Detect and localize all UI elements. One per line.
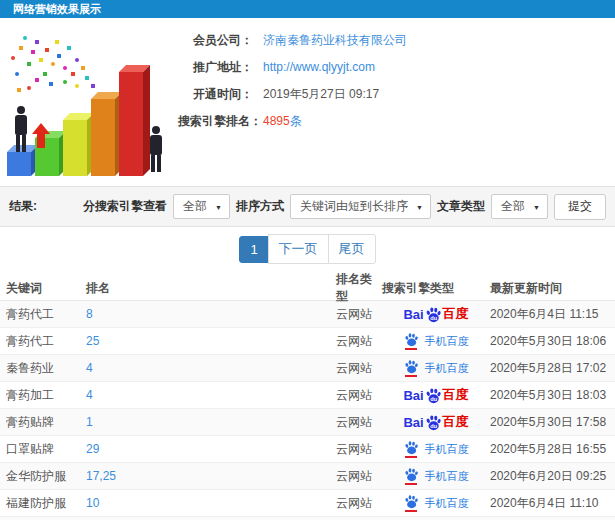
rank-link[interactable]: 4: [86, 388, 93, 402]
search-engine-cell: Baidu百度: [382, 305, 490, 323]
open-time-row: 开通时间： 2019年5月27日 09:17: [178, 86, 615, 102]
engine-rank-value: 4895条: [263, 113, 302, 130]
updated-time-cell: 2020年6月4日 11:10: [490, 495, 615, 512]
table-row: 膏药代工8云网站Baidu百度2020年6月4日 11:15: [0, 301, 615, 328]
mobile-baidu-underline-icon: [405, 456, 417, 458]
keyword-cell: 金华防护服: [6, 468, 86, 485]
table-row: 秦鲁药业4云网站手机百度2020年5月28日 17:02: [0, 355, 615, 382]
baidu-paw-icon: [404, 440, 419, 455]
baidu-paw-icon: [404, 467, 419, 482]
sort-label: 排序方式: [236, 198, 284, 215]
bar-chart-bar-yellow: [63, 120, 87, 176]
table-row: 膏药代工25云网站手机百度2020年5月30日 18:06: [0, 328, 615, 355]
table-row: 膏药贴牌1云网站Baidu百度2020年5月30日 17:58: [0, 409, 615, 436]
table-header-row: 关键词 排名 排名类型 搜索引擎类型 最新更新时间: [0, 271, 615, 301]
mobile-baidu-underline-icon: [405, 510, 417, 512]
results-table: 关键词 排名 排名类型 搜索引擎类型 最新更新时间 膏药代工8云网站Baidu百…: [0, 271, 615, 520]
last-page-button[interactable]: 尾页: [328, 234, 376, 264]
businessman-left-figure: [11, 106, 31, 152]
promo-url-label: 推广地址：: [178, 59, 253, 76]
updated-time-cell: 2020年5月30日 18:06: [490, 333, 615, 350]
filter-controls: 分搜索引擎查看 全部 排序方式 关键词由短到长排序 文章类型 全部 提交: [83, 194, 606, 220]
keyword-cell: 秦鲁药业: [6, 360, 86, 377]
promo-url-row: 推广地址： http://www.qlyyjt.com: [178, 59, 615, 75]
rank-link[interactable]: 8: [86, 307, 93, 321]
rank-type-cell: 云网站: [336, 387, 382, 404]
member-company-label: 会员公司：: [178, 32, 253, 49]
mobile-baidu-logo: 手机百度: [404, 494, 469, 512]
rank-type-cell: 云网站: [336, 441, 382, 458]
open-time-label: 开通时间：: [178, 86, 253, 103]
keyword-cell: 膏药代工: [6, 306, 86, 323]
window-title-bar: 网络营销效果展示: [0, 0, 615, 18]
rank-link[interactable]: 25: [86, 334, 99, 348]
confetti-dot: [85, 76, 89, 80]
rank-type-cell: 云网站: [336, 360, 382, 377]
rank-type-cell: 云网站: [336, 414, 382, 431]
member-info-section: 会员公司： 济南秦鲁药业科技有限公司 推广地址： http://www.qlyy…: [0, 18, 615, 186]
page-1-button[interactable]: 1: [239, 236, 268, 263]
confetti-dot: [17, 88, 21, 92]
member-company-link[interactable]: 济南秦鲁药业科技有限公司: [263, 32, 407, 49]
confetti-dot: [35, 40, 39, 44]
confetti-decoration: [5, 28, 100, 103]
search-engine-cell: Baidu百度: [382, 413, 490, 431]
confetti-dot: [91, 84, 95, 88]
rank-link[interactable]: 4: [86, 361, 93, 375]
confetti-dot: [81, 66, 85, 70]
search-engine-cell: 手机百度: [382, 467, 490, 485]
member-info-list: 会员公司： 济南秦鲁药业科技有限公司 推广地址： http://www.qlyy…: [178, 18, 615, 129]
rank-type-cell: 云网站: [336, 468, 382, 485]
confetti-dot: [15, 72, 19, 76]
sort-select[interactable]: 关键词由短到长排序: [290, 194, 431, 219]
updated-time-cell: 2020年5月30日 17:58: [490, 414, 615, 431]
updated-time-cell: 2020年5月28日 17:02: [490, 360, 615, 377]
confetti-dot: [27, 62, 31, 66]
open-time-value: 2019年5月27日 09:17: [263, 86, 379, 103]
mobile-baidu-logo: 手机百度: [404, 440, 469, 458]
article-type-label: 文章类型: [437, 198, 485, 215]
search-engine-cell: 手机百度: [382, 494, 490, 512]
confetti-dot: [43, 72, 47, 76]
baidu-paw-icon: [404, 359, 419, 374]
result-label: 结果:: [9, 198, 37, 215]
svg-text:du: du: [430, 395, 437, 401]
table-row: 口罩贴牌29云网站手机百度2020年5月28日 16:55: [0, 436, 615, 463]
engine-view-select[interactable]: 全部: [173, 194, 230, 219]
rank-link[interactable]: 29: [86, 442, 99, 456]
search-engine-cell: Baidu百度: [382, 386, 490, 404]
page-title: 网络营销效果展示: [13, 3, 101, 15]
baidu-paw-icon: [404, 332, 419, 347]
confetti-dot: [63, 66, 67, 70]
bar-chart-bar-blue: [7, 152, 31, 176]
confetti-dot: [75, 58, 79, 62]
promo-url-link[interactable]: http://www.qlyyjt.com: [263, 60, 375, 74]
mobile-baidu-logo: 手机百度: [404, 332, 469, 350]
table-row: 金华防护服17,25云网站手机百度2020年6月20日 09:25: [0, 463, 615, 490]
member-company-row: 会员公司： 济南秦鲁药业科技有限公司: [178, 32, 615, 48]
rank-link[interactable]: 10: [86, 496, 99, 510]
submit-button[interactable]: 提交: [554, 194, 606, 220]
rank-link[interactable]: 17,25: [86, 469, 116, 483]
confetti-dot: [63, 80, 67, 84]
mobile-baidu-logo: 手机百度: [404, 467, 469, 485]
confetti-dot: [45, 48, 49, 52]
keyword-cell: 福建防护服: [6, 495, 86, 512]
svg-text:du: du: [430, 422, 437, 428]
confetti-dot: [49, 82, 53, 86]
mobile-baidu-underline-icon: [405, 348, 417, 350]
header-updated: 最新更新时间: [490, 280, 615, 297]
keyword-cell: 膏药贴牌: [6, 414, 86, 431]
next-page-button[interactable]: 下一页: [268, 234, 329, 264]
bar-chart-bar-orange: [91, 99, 115, 176]
mobile-baidu-underline-icon: [405, 375, 417, 377]
baidu-logo: Baidu百度: [403, 386, 468, 404]
confetti-dot: [35, 78, 39, 82]
businessman-right-figure: [146, 126, 166, 174]
engine-rank-label: 搜索引擎排名：: [178, 113, 253, 130]
article-type-select[interactable]: 全部: [491, 194, 548, 219]
baidu-paw-icon: du: [425, 414, 442, 431]
baidu-paw-icon: du: [425, 387, 442, 404]
table-row: 福建防护服10云网站手机百度2020年6月4日 11:10: [0, 490, 615, 517]
rank-link[interactable]: 1: [86, 415, 93, 429]
